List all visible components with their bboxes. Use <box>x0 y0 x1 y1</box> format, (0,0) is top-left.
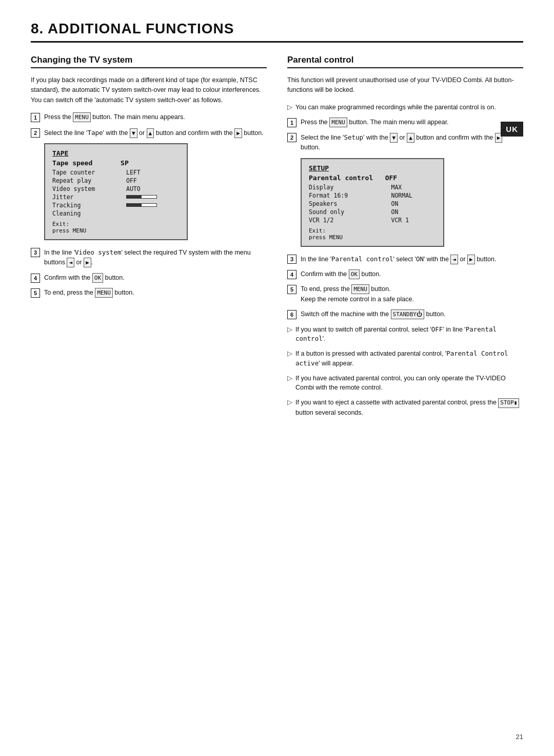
step-text: Switch off the machine with the STANDBY⏻… <box>301 309 446 319</box>
step-text: To end, press the MENU button. Keep the … <box>301 284 414 304</box>
step-number: 1 <box>287 118 296 127</box>
right-step-3: 3 In the line 'Parental control' select … <box>287 254 523 264</box>
menu-table: Tape counterLEFT Repeat playOFF Video sy… <box>52 168 180 218</box>
note-text: You can make programmed recordings while… <box>295 103 496 112</box>
right-step-5: 5 To end, press the MENU button. Keep th… <box>287 284 523 304</box>
menu-button-label: MENU <box>351 284 369 294</box>
note-arrow-icon: ▷ <box>287 325 292 333</box>
left-step-1: 1 Press the MENU button. The main menu a… <box>31 112 267 122</box>
step-text: Press the MENU button. The main menu app… <box>44 112 185 122</box>
down-button: ▼ <box>390 133 398 143</box>
step-number: 5 <box>287 285 296 294</box>
menu-highlight-row: Parental control OFF <box>309 174 436 182</box>
step-text: Select the line 'Setup' with the ▼ or ▲ … <box>301 132 523 153</box>
parental-note-3: ▷ If a button is pressed with activated … <box>287 349 523 369</box>
menu-screen-title: SETUP <box>309 164 436 172</box>
step-number: 4 <box>31 274 40 283</box>
off-code: OFF <box>431 325 443 333</box>
step-text: Confirm with the OK button. <box>301 269 381 279</box>
right-button: ▶ <box>467 255 475 264</box>
parental-note-2: ▷ If you want to switch off parental con… <box>287 325 523 344</box>
right-step-4: 4 Confirm with the OK button. <box>287 269 523 279</box>
step-text: Select the line 'Tape' with the ▼ or ▲ b… <box>44 128 264 138</box>
tape-code: Tape <box>87 129 103 137</box>
menu-button-label: MENU <box>329 118 347 127</box>
right-intro: This function will prevent unauthorised … <box>287 75 523 95</box>
note-text: If a button is pressed with activated pa… <box>295 349 523 369</box>
up-button: ▲ <box>407 133 414 143</box>
parental-note-1: ▷ You can make programmed recordings whi… <box>287 103 523 112</box>
right-step-6: 6 Switch off the machine with the STANDB… <box>287 309 523 319</box>
step-text: In the line 'Parental control' select 'O… <box>301 254 496 264</box>
ok-button-label: OK <box>349 269 360 279</box>
menu-screen-title: TAPE <box>52 149 180 157</box>
note-arrow-icon: ▷ <box>287 103 292 111</box>
step-text: Press the MENU button. The main menu wil… <box>301 118 449 127</box>
video-system-code: Video system <box>75 248 121 256</box>
right-step-1: 1 Press the MENU button. The main menu w… <box>287 118 523 127</box>
step-text: Confirm with the OK button. <box>44 273 125 283</box>
menu-button-label: MENU <box>73 112 91 122</box>
tape-menu-screen: TAPE Tape speed SP Tape counterLEFT Repe… <box>44 143 188 240</box>
left-intro: If you play back recordings made on a di… <box>31 75 267 105</box>
setup-menu-screen: SETUP Parental control OFF DisplayMAX Fo… <box>301 158 444 247</box>
uk-badge: UK <box>501 122 523 137</box>
menu-table: DisplayMAX Format 16:9NORMAL SpeakersON … <box>309 183 436 224</box>
parental-control-code2: Parental control <box>295 325 497 343</box>
parental-active-code: Parental Control active <box>295 350 508 367</box>
up-button: ▲ <box>147 128 154 138</box>
stop-button-label: STOP▮ <box>498 398 519 408</box>
left-step-2: 2 Select the line 'Tape' with the ▼ or ▲… <box>31 128 267 138</box>
step-number: 3 <box>31 248 40 257</box>
right-button: ▶ <box>84 258 91 267</box>
step-number: 2 <box>31 128 40 138</box>
step-text: To end, press the MENU button. <box>44 288 134 298</box>
menu-exit: Exit:press MENU <box>52 221 180 234</box>
note-text: If you want to eject a cassette with act… <box>295 398 523 417</box>
menu-exit: Exit:press MENU <box>309 227 436 241</box>
parental-note-5: ▷ If you want to eject a cassette with a… <box>287 398 523 417</box>
standby-button-label: STANDBY⏻ <box>391 309 424 319</box>
menu-button-label: MENU <box>95 288 113 298</box>
parental-note-4: ▷ If you have activated parental control… <box>287 374 523 393</box>
note-arrow-icon: ▷ <box>287 398 292 406</box>
step-number: 6 <box>287 310 296 319</box>
left-step-3: 3 In the line 'Video system' select the … <box>31 247 267 268</box>
on-code: ON <box>416 255 424 263</box>
left-section-title: Changing the TV system <box>31 55 267 68</box>
note-arrow-icon: ▷ <box>287 350 292 357</box>
note-arrow-icon: ▷ <box>287 374 292 382</box>
page-number: 21 <box>516 733 523 741</box>
menu-highlight-row: Tape speed SP <box>52 159 180 167</box>
left-button: ◄ <box>67 258 74 267</box>
step-number: 5 <box>31 288 40 298</box>
down-button: ▼ <box>130 128 137 138</box>
left-step-4: 4 Confirm with the OK button. <box>31 273 267 283</box>
note-text: If you want to switch off parental contr… <box>295 325 523 344</box>
left-step-5: 5 To end, press the MENU button. <box>31 288 267 298</box>
step-text: In the line 'Video system' select the re… <box>44 247 267 268</box>
right-section-title: Parental control <box>287 55 523 68</box>
step-number: 4 <box>287 270 296 279</box>
note-text: If you have activated parental control, … <box>295 374 523 393</box>
ok-button-label: OK <box>92 273 103 283</box>
left-section: Changing the TV system If you play back … <box>31 55 267 422</box>
step-number: 3 <box>287 255 296 264</box>
left-button: ◄ <box>450 255 458 264</box>
parental-control-code: Parental control <box>331 255 393 263</box>
play-button: ▶ <box>234 128 242 138</box>
step-number: 1 <box>31 113 40 122</box>
right-step-2: 2 Select the line 'Setup' with the ▼ or … <box>287 132 523 153</box>
setup-code: Setup <box>344 133 363 141</box>
step-number: 2 <box>287 133 296 142</box>
page-title: 8. ADDITIONAL FUNCTIONS <box>31 21 523 43</box>
right-section: UK Parental control This function will p… <box>287 55 523 422</box>
